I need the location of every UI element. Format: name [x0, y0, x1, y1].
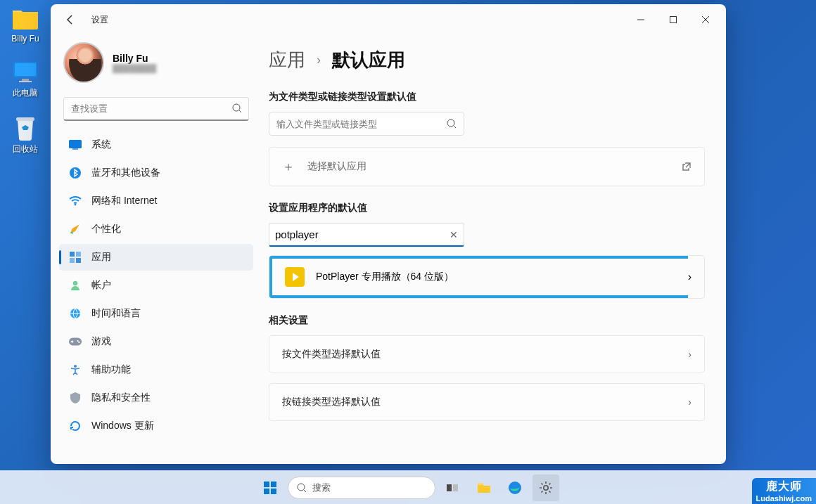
external-link-icon	[682, 162, 691, 172]
related-item-label: 按文件类型选择默认值	[282, 348, 675, 361]
choose-default-app-label: 选择默认应用	[307, 160, 669, 173]
svg-rect-24	[453, 484, 458, 491]
chevron-right-icon: ›	[688, 396, 691, 408]
task-view-icon	[447, 483, 459, 493]
svg-rect-13	[70, 258, 75, 263]
watermark-brand: 鹿大师	[766, 479, 802, 494]
chevron-right-icon: ›	[688, 349, 691, 360]
task-view-button[interactable]	[440, 474, 466, 501]
nav-accounts[interactable]: 帐户	[59, 272, 253, 299]
svg-rect-7	[69, 140, 82, 148]
shield-icon	[69, 392, 82, 404]
filetype-search[interactable]	[269, 112, 464, 136]
app-search-input[interactable]	[275, 228, 450, 240]
nav-label: Windows 更新	[91, 420, 154, 432]
section-label-filetype: 为文件类型或链接类型设置默认值	[269, 91, 705, 103]
accessibility-icon	[69, 363, 82, 376]
gamepad-icon	[69, 335, 82, 348]
nav-apps[interactable]: 应用	[59, 244, 253, 271]
user-icon	[69, 279, 82, 292]
svg-point-27	[544, 485, 548, 489]
settings-window: 设置 Billy Fu ████████	[51, 4, 726, 464]
svg-rect-4	[16, 117, 34, 121]
close-button[interactable]	[689, 8, 722, 31]
choose-default-app-card[interactable]: ＋ 选择默认应用	[269, 147, 705, 186]
breadcrumb-current: 默认应用	[332, 48, 405, 72]
sidebar: Billy Fu ████████ 系统 蓝牙和其他设备	[51, 35, 262, 464]
filetype-search-input[interactable]	[276, 119, 447, 129]
gear-icon	[539, 481, 553, 495]
arrow-left-icon	[65, 15, 75, 25]
related-item-label: 按链接类型选择默认值	[282, 396, 675, 408]
settings-search[interactable]	[63, 97, 249, 121]
nav-bluetooth[interactable]: 蓝牙和其他设备	[59, 160, 253, 186]
taskbar-edge[interactable]	[502, 474, 528, 501]
taskbar-explorer[interactable]	[471, 474, 497, 501]
plus-icon: ＋	[282, 158, 295, 175]
chevron-right-icon: ›	[317, 53, 321, 67]
minimize-button[interactable]	[625, 8, 657, 31]
taskbar-search-placeholder: 搜索	[312, 482, 331, 494]
desktop-icon-recycle-bin[interactable]: 回收站	[4, 114, 46, 155]
app-result-label: PotPlayer 专用播放（64 位版）	[316, 271, 454, 283]
maximize-icon	[670, 16, 677, 23]
apps-icon	[69, 251, 82, 264]
nav-label: 蓝牙和其他设备	[91, 167, 160, 179]
svg-point-19	[78, 342, 79, 343]
back-button[interactable]	[59, 8, 82, 31]
nav-personalization[interactable]: 个性化	[59, 216, 253, 243]
svg-point-20	[74, 365, 77, 368]
nav-system[interactable]: 系统	[59, 131, 253, 158]
taskbar: 搜索 英	[0, 470, 816, 504]
start-button[interactable]	[257, 474, 283, 501]
taskbar-search[interactable]: 搜索	[288, 477, 435, 499]
recycle-bin-icon	[11, 114, 39, 142]
desktop-icon-user-folder[interactable]: Billy Fu	[4, 4, 46, 44]
window-title: 设置	[91, 14, 108, 26]
nav-time-language[interactable]: 时间和语言	[59, 300, 253, 327]
nav-privacy[interactable]: 隐私和安全性	[59, 385, 253, 411]
nav-accessibility[interactable]: 辅助功能	[59, 356, 253, 383]
search-icon	[297, 483, 307, 493]
related-by-linktype[interactable]: 按链接类型选择默认值 ›	[269, 383, 705, 421]
svg-rect-8	[72, 148, 78, 150]
related-by-filetype[interactable]: 按文件类型选择默认值 ›	[269, 335, 705, 373]
nav-network[interactable]: 网络和 Internet	[59, 188, 253, 214]
avatar	[63, 42, 104, 83]
svg-rect-1	[15, 63, 36, 76]
nav-label: 时间和语言	[91, 307, 141, 320]
svg-rect-17	[69, 338, 82, 346]
titlebar: 设置	[51, 4, 726, 35]
nav-windows-update[interactable]: Windows 更新	[59, 413, 253, 439]
app-result-row[interactable]: PotPlayer 专用播放（64 位版） ›	[269, 255, 705, 299]
maximize-button[interactable]	[657, 8, 689, 31]
clear-button[interactable]: ✕	[450, 229, 458, 240]
search-icon	[447, 119, 457, 129]
nav-gaming[interactable]: 游戏	[59, 328, 253, 355]
svg-rect-14	[76, 258, 81, 263]
settings-search-input[interactable]	[63, 97, 249, 121]
nav-label: 游戏	[91, 335, 111, 348]
taskbar-settings[interactable]	[533, 474, 559, 501]
svg-point-10	[75, 204, 77, 206]
watermark: 鹿大师 Ludashiwj.com	[752, 478, 816, 504]
watermark-url: Ludashiwj.com	[756, 494, 812, 503]
svg-point-21	[447, 119, 454, 127]
nav-label: 应用	[91, 251, 111, 264]
nav-label: 隐私和安全性	[91, 392, 151, 404]
monitor-icon	[11, 58, 39, 86]
svg-rect-5	[670, 17, 677, 23]
update-icon	[69, 420, 82, 432]
nav-label: 辅助功能	[91, 363, 131, 376]
breadcrumb-parent[interactable]: 应用	[269, 48, 305, 72]
folder-icon	[11, 4, 39, 32]
wifi-icon	[69, 195, 82, 207]
potplayer-icon	[285, 267, 305, 287]
nav: 系统 蓝牙和其他设备 网络和 Internet 个性化 应用	[55, 131, 257, 440]
profile-block[interactable]: Billy Fu ████████	[55, 42, 257, 93]
app-search[interactable]: ✕	[269, 223, 464, 247]
minimize-icon	[637, 16, 644, 23]
svg-rect-25	[478, 483, 483, 485]
system-icon	[69, 138, 82, 151]
desktop-icon-this-pc[interactable]: 此电脑	[4, 58, 46, 99]
